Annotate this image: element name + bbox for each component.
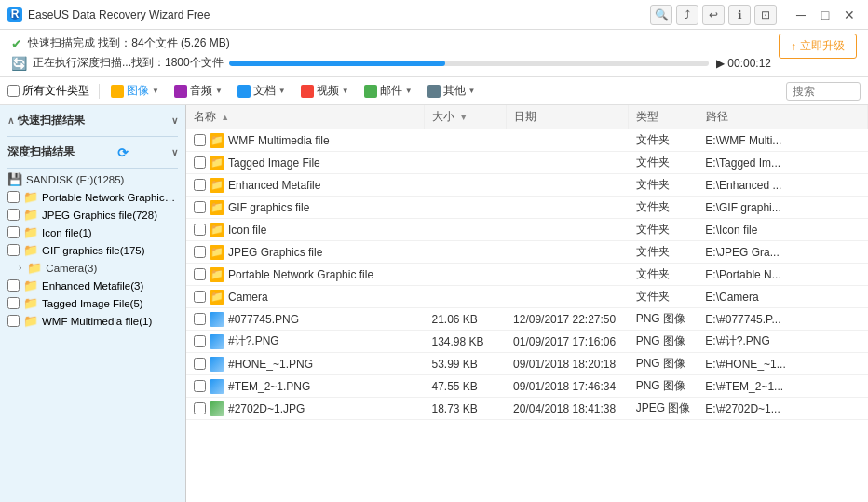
table-row[interactable]: #HONE_~1.PNG53.99 KB09/01/2018 18:20:18P… [186,353,868,375]
file-type: 文件夹 [629,152,698,174]
search-input[interactable] [786,82,861,101]
filter-email-label: 邮件 [380,83,402,99]
col-header-type[interactable]: 类型 [629,105,698,129]
file-path: E:\#HONE_~1... [698,353,867,375]
sidebar-item-drive[interactable]: 💾 SANDISK (E:)(1285) [0,170,185,188]
sidebar-jpeg-checkbox[interactable] [7,209,20,221]
table-row[interactable]: 📁JPEG Graphics file文件夹E:\JPEG Gra... [186,241,868,264]
camera-expand-icon[interactable]: › [19,263,21,273]
minimize-button[interactable]: ─ [790,5,812,25]
png-file-icon [210,312,224,327]
table-row[interactable]: 📁Tagged Image File文件夹E:\Tagged Im... [186,152,868,174]
file-size: 53.99 KB [424,353,506,375]
email-filter-icon [364,85,377,98]
sidebar-item-wmf[interactable]: 📁 WMF Multimedia file(1) [0,312,185,330]
filter-audio-button[interactable]: 音频 ▼ [169,81,228,101]
sidebar-emf-checkbox[interactable] [7,279,20,292]
file-path: E:\Camera [698,286,867,308]
back-icon[interactable]: ↩ [702,5,725,25]
row-checkbox[interactable] [194,402,206,414]
row-checkbox[interactable] [194,156,206,169]
table-row[interactable]: 📁Portable Network Graphic file文件夹E:\Port… [186,264,868,286]
folder-icon-camera: 📁 [27,261,42,275]
titlebar-action-group: 🔍 ⤴ ↩ ℹ ⊡ [650,5,777,25]
file-date [506,152,629,174]
table-row[interactable]: #计?.PNG134.98 KB01/09/2017 17:16:06PNG 图… [186,331,868,353]
deep-scan-status: 🔄 正在执行深度扫描...找到：1800个文件 ▶ 00:00:12 [11,53,771,73]
table-row[interactable]: 📁WMF Multimedia file文件夹E:\WMF Multi... [186,129,868,152]
sidebar-png-checkbox[interactable] [7,191,20,203]
table-row[interactable]: #2702D~1.JPG18.73 KB20/04/2018 18:41:38J… [186,398,868,420]
sidebar-item-png[interactable]: 📁 Portable Network Graphic file(3 [0,188,185,206]
sidebar-tif-checkbox[interactable] [7,297,20,309]
col-header-name[interactable]: 名称 ▲ [186,105,424,129]
row-checkbox[interactable] [194,335,206,347]
content-area: 名称 ▲ 大小 ▼ 日期 类型 [186,105,868,502]
sidebar-item-camera[interactable]: › 📁 Camera(3) [0,259,185,277]
file-date [506,174,629,197]
search-icon[interactable]: 🔍 [650,5,672,25]
deep-scan-refresh-icon[interactable]: ⟳ [117,145,129,160]
filter-doc-button[interactable]: 文档 ▼ [232,81,292,101]
file-path: E:\Tagged Im... [698,152,867,174]
file-name: WMF Multimedia file [228,134,330,147]
sidebar-gif-checkbox[interactable] [7,244,20,256]
sidebar-item-gif[interactable]: 📁 GIF graphics file(175) [0,241,185,259]
row-checkbox[interactable] [194,291,206,303]
row-checkbox[interactable] [194,179,206,191]
folder-file-icon: 📁 [210,156,224,170]
sidebar-icon-checkbox[interactable] [7,226,20,238]
upgrade-button[interactable]: ↑ 立即升级 [779,34,857,59]
sidebar-item-jpeg[interactable]: 📁 JPEG Graphics file(728) [0,206,185,224]
window-icon[interactable]: ⊡ [754,5,777,25]
col-header-date[interactable]: 日期 [506,105,629,129]
col-header-size[interactable]: 大小 ▼ [424,105,506,129]
filter-email-button[interactable]: 邮件 ▼ [359,81,418,101]
row-checkbox[interactable] [194,313,206,325]
all-types-checkbox[interactable] [7,85,20,97]
table-row[interactable]: #077745.PNG21.06 KB12/09/2017 22:27:50PN… [186,308,868,331]
quick-scan-toggle-icon[interactable]: ∨ [171,115,178,126]
table-row[interactable]: 📁Camera文件夹E:\Camera [186,286,868,308]
filter-other-button[interactable]: 其他 ▼ [422,81,481,101]
quick-scan-header[interactable]: ∧ 快速扫描结果 ∨ [0,109,185,132]
sidebar-item-icon[interactable]: 📁 Icon file(1) [0,224,185,241]
col-header-path[interactable]: 路径 [698,105,867,129]
row-checkbox[interactable] [194,201,206,213]
sort-size-icon: ▼ [459,113,468,122]
table-row[interactable]: 📁Enhanced Metafile文件夹E:\Enhanced ... [186,174,868,197]
all-types-check[interactable]: 所有文件类型 [7,83,89,99]
info-icon[interactable]: ℹ [728,5,751,25]
sidebar-wmf-checkbox[interactable] [7,315,20,327]
folder-icon-gif: 📁 [23,243,38,257]
row-checkbox[interactable] [194,134,206,146]
deep-scan-toggle-icon[interactable]: ∨ [171,147,178,157]
file-size [424,286,506,308]
file-date [506,219,629,241]
file-path: E:\#TEM_2~1... [698,375,867,398]
file-path: E:\Icon file [698,219,867,241]
deep-scan-header[interactable]: 深度扫描结果 ⟳ ∨ [0,141,185,164]
maximize-button[interactable]: □ [814,5,836,25]
filter-video-button[interactable]: 视频 ▼ [295,81,355,101]
table-row[interactable]: 📁Icon file文件夹E:\Icon file [186,219,868,241]
row-checkbox[interactable] [194,358,206,370]
sidebar-item-emf[interactable]: 📁 Enhanced Metafile(3) [0,277,185,294]
row-checkbox[interactable] [194,268,206,280]
quick-scan-label: 快速扫描结果 [18,113,85,129]
row-checkbox[interactable] [194,224,206,236]
row-checkbox[interactable] [194,246,206,258]
file-name: GIF graphics file [228,201,309,214]
row-checkbox[interactable] [194,380,206,392]
sidebar-item-tif[interactable]: 📁 Tagged Image File(5) [0,294,185,312]
table-row[interactable]: #TEM_2~1.PNG47.55 KB09/01/2018 17:46:34P… [186,375,868,398]
file-type: 文件夹 [629,241,698,264]
sidebar-wmf-label: WMF Multimedia file(1) [42,316,152,327]
svg-text:R: R [11,9,20,20]
share-icon[interactable]: ⤴ [676,5,698,25]
quick-scan-section: ∧ 快速扫描结果 ∨ [0,105,185,136]
filter-image-button[interactable]: 图像 ▼ [105,81,165,101]
table-row[interactable]: 📁GIF graphics file文件夹E:\GIF graphi... [186,197,868,219]
titlebar: R EaseUS Data Recovery Wizard Free 🔍 ⤴ ↩… [0,0,868,30]
close-button[interactable]: ✕ [838,5,861,25]
